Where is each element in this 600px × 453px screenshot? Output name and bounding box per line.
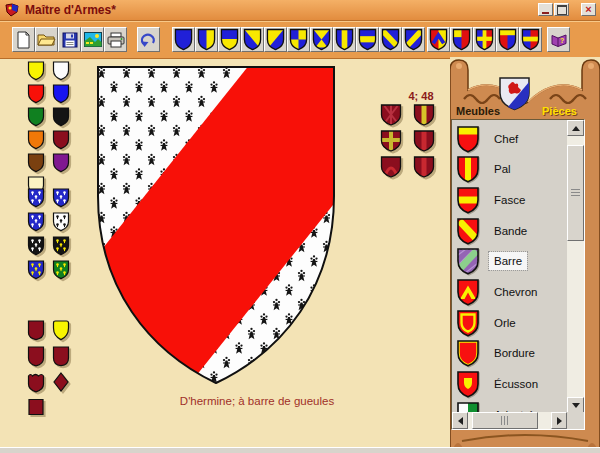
list-item-adextre[interactable]: Adextré xyxy=(456,399,562,413)
print-button[interactable] xyxy=(104,27,127,52)
tincture-argent[interactable] xyxy=(52,61,70,81)
list-item-fasce[interactable]: Fasce xyxy=(456,184,562,215)
fur-menu-vair[interactable] xyxy=(27,212,45,232)
history-shield-cross-or[interactable] xyxy=(380,130,398,153)
ecu-ancien[interactable] xyxy=(27,346,45,367)
field-per-bend-button[interactable] xyxy=(241,27,264,52)
tincture-or[interactable] xyxy=(27,61,45,81)
scroll-right-button[interactable] xyxy=(551,412,567,429)
tab-meubles[interactable]: Meubles xyxy=(456,105,500,117)
shield-shape-palette xyxy=(27,320,71,419)
list-item-orle[interactable]: Orle xyxy=(456,307,562,338)
ecu-arrondi[interactable] xyxy=(52,346,70,367)
shield-icon xyxy=(475,28,494,51)
field-fasce-button[interactable] xyxy=(356,27,379,52)
vertical-scrollbar[interactable] xyxy=(567,120,584,413)
list-item-barre[interactable]: Barre xyxy=(456,246,562,277)
fur-azure-seme-or[interactable] xyxy=(27,260,45,280)
list-item-ecusson[interactable]: Écusson xyxy=(456,369,562,400)
field-quarterly-button[interactable] xyxy=(287,27,310,52)
ecu-francais[interactable] xyxy=(27,320,45,341)
field-per-fess-button[interactable] xyxy=(218,27,241,52)
field-bande-button[interactable] xyxy=(379,27,402,52)
titlebar[interactable]: Maître d'Armes* × xyxy=(0,0,600,21)
list-item-label: Chevron xyxy=(489,283,542,301)
minimize-button[interactable] xyxy=(538,3,553,16)
pal-shield-icon xyxy=(456,155,480,183)
tincture-azure[interactable] xyxy=(52,84,70,104)
open-folder-icon xyxy=(37,32,56,47)
tincture-sable[interactable] xyxy=(52,107,70,127)
tincture-murrey[interactable] xyxy=(52,130,70,150)
shield-icon xyxy=(220,28,239,51)
tab-pieces[interactable]: Pièces xyxy=(542,105,577,117)
party-canton-button[interactable] xyxy=(450,27,473,52)
field-pal-button[interactable] xyxy=(333,27,356,52)
shield-icon xyxy=(289,28,308,51)
application-window: Maître d'Armes* × ? 4; 48 D'hermine; à b… xyxy=(0,0,600,453)
app-icon xyxy=(4,3,20,18)
history-shield-fretty[interactable] xyxy=(380,104,398,127)
field-per-saltire-button[interactable] xyxy=(310,27,333,52)
shield-icon xyxy=(521,28,540,51)
help-button[interactable]: ? xyxy=(547,27,570,52)
window-title: Maître d'Armes* xyxy=(25,3,116,17)
horizontal-scrollbar[interactable] xyxy=(452,412,567,429)
minimize-icon xyxy=(542,12,549,14)
open-file-button[interactable] xyxy=(35,27,58,52)
ecu-losange[interactable] xyxy=(52,372,70,393)
toolbar-undo-group xyxy=(137,27,160,52)
list-item-chevron[interactable]: Chevron xyxy=(456,277,562,308)
scroll-up-button[interactable] xyxy=(567,120,584,136)
ecu-banniere[interactable] xyxy=(27,398,45,419)
list-item-label: Bande xyxy=(489,222,532,240)
tincture-purpure[interactable] xyxy=(52,153,70,173)
fur-hermine[interactable] xyxy=(52,212,70,232)
close-button[interactable]: × xyxy=(581,3,596,16)
main-shield-canvas[interactable] xyxy=(95,64,337,390)
field-per-pale-button[interactable] xyxy=(195,27,218,52)
export-image-button[interactable] xyxy=(81,27,104,52)
history-shield-pal-gules-2[interactable] xyxy=(413,156,431,179)
list-item-chef[interactable]: Chef xyxy=(456,123,562,154)
ecu-suisse[interactable] xyxy=(52,320,70,341)
fur-sable-seme-or[interactable] xyxy=(52,236,70,256)
horizontal-scroll-thumb[interactable] xyxy=(472,412,538,429)
arrow-left-icon xyxy=(458,417,463,425)
list-item-bordure[interactable]: Bordure xyxy=(456,338,562,369)
tincture-gules[interactable] xyxy=(27,84,45,104)
maximize-icon xyxy=(557,5,567,15)
vertical-scroll-thumb[interactable] xyxy=(567,145,584,241)
fur-vert-seme-or[interactable] xyxy=(52,260,70,280)
field-per-bend-sinister-button[interactable] xyxy=(264,27,287,52)
bande-shield-icon xyxy=(456,217,480,245)
new-document-button[interactable] xyxy=(12,27,35,52)
shield-icon xyxy=(266,28,285,51)
maximize-button[interactable] xyxy=(554,3,569,16)
fur-contre-vair[interactable] xyxy=(52,188,70,208)
history-shields xyxy=(380,104,436,179)
field-azure-plain-button[interactable] xyxy=(172,27,195,52)
party-chef-button[interactable] xyxy=(496,27,519,52)
save-file-button[interactable] xyxy=(58,27,81,52)
party-fasce-button[interactable] xyxy=(519,27,542,52)
undo-button[interactable] xyxy=(137,27,160,52)
tincture-brown[interactable] xyxy=(27,153,45,173)
history-shield-pal-or[interactable] xyxy=(413,104,431,127)
fur-vair[interactable] xyxy=(27,188,45,208)
party-cross-button[interactable] xyxy=(473,27,496,52)
scroll-left-button[interactable] xyxy=(452,412,468,429)
history-shield-pal-gules[interactable] xyxy=(413,130,431,153)
history-shield-arch[interactable] xyxy=(380,156,398,179)
field-barre-button[interactable] xyxy=(402,27,425,52)
blazon-caption: D'hermine; à barre de gueules xyxy=(112,395,402,407)
list-item-pal[interactable]: Pal xyxy=(456,154,562,185)
list-item-bande[interactable]: Bande xyxy=(456,215,562,246)
fur-contre-hermine[interactable] xyxy=(27,236,45,256)
ecu-engrele[interactable] xyxy=(27,372,45,393)
scroll-down-button[interactable] xyxy=(567,397,584,413)
tincture-vert[interactable] xyxy=(27,107,45,127)
tincture-orange[interactable] xyxy=(27,130,45,150)
party-chevron-button[interactable] xyxy=(427,27,450,52)
toolbar-field-group xyxy=(172,27,425,52)
